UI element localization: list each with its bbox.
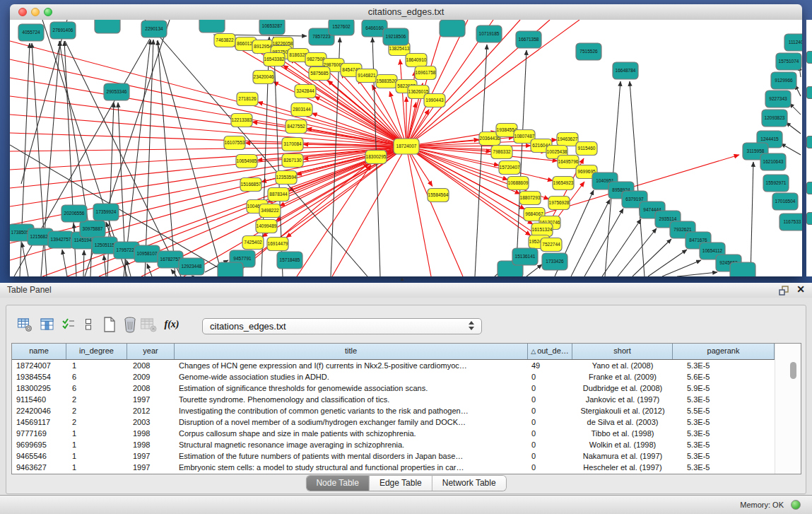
graph-node[interactable]: 15166857 [240,178,261,192]
graph-node[interactable]: 3170084 [282,138,303,151]
graph-node[interactable]: 9227343 [765,90,791,107]
graph-node[interactable]: 9115460 [576,142,597,156]
column-header-out_de[interactable]: △out_de… [528,344,572,359]
show-columns-icon[interactable] [39,316,56,333]
table-row[interactable]: 1938455462009Genome-wide association stu… [12,371,801,382]
graph-node[interactable]: 19654923 [553,177,574,190]
network-graph[interactable]: 1872400774638228660128891295418226058982… [10,20,802,276]
graph-node[interactable]: 19756928 [548,197,570,210]
graph-node[interactable]: 12923448 [179,258,204,275]
graph-node[interactable]: 16914479 [267,238,288,251]
graph-node[interactable]: 15751074 [776,53,801,70]
tab-node-table[interactable]: Node Table [306,476,369,491]
table-row[interactable]: 2242004622012Investigating the contribut… [12,405,801,416]
tab-edge-table[interactable]: Edge Table [369,476,432,491]
graph-node[interactable]: 16648784 [613,62,638,79]
graph-node[interactable]: 16495796 [558,156,579,169]
table-row[interactable]: 969969511998Structural magnetic resonanc… [12,439,801,450]
graph-node[interactable]: 12213383 [231,114,252,127]
select-columns-icon[interactable] [60,316,77,333]
graph-node[interactable]: 9129966 [771,72,796,89]
float-panel-icon[interactable] [778,285,789,296]
graph-node[interactable]: 4055724 [18,24,44,41]
graph-node[interactable]: 10653287 [259,20,285,35]
graph-node[interactable]: 12093823 [762,110,787,127]
graph-node[interactable]: 19218506 [383,28,408,45]
graph-node[interactable]: 13942757 [48,231,73,248]
graph-hub-node[interactable]: 18724007 [394,139,419,154]
graph-node[interactable]: 18640910 [406,54,427,67]
table-row[interactable]: 1872400712008Changes of HCN gene express… [12,360,801,371]
graph-node[interactable]: 2718126 [237,93,258,106]
graph-node[interactable]: 10958107 [134,245,160,262]
create-table-icon[interactable] [101,316,118,333]
network-canvas[interactable]: 1872400774638228660128891295418226058982… [10,20,802,276]
graph-node[interactable]: 1167533 [779,214,802,230]
tab-network-table[interactable]: Network Table [432,476,506,491]
table-options-icon[interactable] [16,316,33,333]
function-builder-icon[interactable]: f(x) [163,316,180,333]
graph-node[interactable]: 16107553 [224,136,245,150]
table-row[interactable]: 946362711997Embryonic stem cells: a mode… [12,462,801,473]
graph-node[interactable]: 30975887 [80,221,105,238]
column-header-in_degree[interactable]: in_degree [66,344,127,359]
graph-node[interactable]: 8878344 [268,188,289,201]
table-row[interactable]: 911546021997Tourette syndrome. Phenomeno… [12,394,801,405]
graph-node[interactable]: 19463627 [557,133,578,146]
graph-node[interactable]: 15592971 [763,175,789,192]
graph-node[interactable]: 7425402 [242,236,264,250]
column-header-short[interactable]: short [572,344,673,359]
graph-node[interactable]: 8267130 [282,154,303,168]
graph-node[interactable]: 27691406 [50,22,76,39]
graph-node[interactable] [218,262,243,276]
graph-node[interactable]: 3242844 [295,85,316,98]
graph-node[interactable]: 16210643 [760,153,786,170]
column-header-year[interactable]: year [127,344,175,359]
splitter-handle-icon[interactable]: ▴ [401,275,404,282]
graph-node[interactable] [199,20,225,33]
graph-node[interactable] [730,262,755,276]
graph-node[interactable]: 15883520 [376,75,397,88]
graph-node[interactable]: 7463822 [214,34,235,47]
graph-node[interactable]: 18300295 [365,151,387,164]
graph-node[interactable]: 15718485 [277,252,302,269]
graph-node[interactable]: 10688609 [507,177,529,190]
graph-node[interactable]: 20206556 [61,205,87,222]
graph-node[interactable]: 16543382 [264,53,285,66]
column-header-title[interactable]: title [175,344,528,359]
graph-node[interactable]: 2290134 [141,21,167,37]
delete-table-icon[interactable] [140,316,157,333]
row-options-icon[interactable] [80,316,97,333]
vertical-scrollbar-thumb[interactable] [790,362,796,379]
graph-node[interactable]: 16151324 [531,223,553,237]
graph-node[interactable]: 15584564 [428,189,449,202]
graph-node[interactable]: 10654985 [236,155,257,168]
table-selector-dropdown[interactable]: citations_edges.txt [202,318,482,334]
graph-node[interactable]: 1990443 [424,94,445,107]
graph-node[interactable]: 1112402 [784,34,802,51]
graph-node[interactable]: 23420046 [253,71,274,84]
graph-node[interactable] [95,20,120,33]
table-row[interactable]: 1456911722003Disruption of a novel membe… [12,416,801,428]
graph-node[interactable]: 1733426 [542,253,567,270]
graph-node[interactable]: 16961758 [415,66,436,80]
close-panel-icon[interactable]: ✕ [796,284,805,295]
delete-entry-icon[interactable] [122,316,139,333]
graph-node[interactable]: 29053346 [104,83,129,100]
graph-node[interactable]: 10719185 [476,25,502,42]
column-header-name[interactable]: name [12,344,66,359]
table-row[interactable]: 1830029562008Estimation of significance … [12,382,801,394]
table-row[interactable]: 946554611997Estimation of the future num… [12,450,801,462]
table-row[interactable]: 977716911998Corpus callosum shape and si… [12,428,801,439]
graph-node[interactable]: 2803144 [291,103,312,117]
graph-node[interactable]: 7515526 [576,43,601,60]
graph-node[interactable] [440,20,465,37]
graph-node[interactable]: 14099489 [256,220,277,233]
graph-node[interactable]: 7986332 [491,146,512,159]
graph-node[interactable]: 17359924 [93,204,119,221]
graph-node[interactable]: 8427552 [286,120,307,134]
graph-node[interactable]: 5875685 [309,67,330,81]
graph-node[interactable]: 16671358 [516,31,541,48]
graph-node[interactable]: 7522744 [541,238,562,252]
graph-node[interactable]: 9146821 [356,69,377,83]
